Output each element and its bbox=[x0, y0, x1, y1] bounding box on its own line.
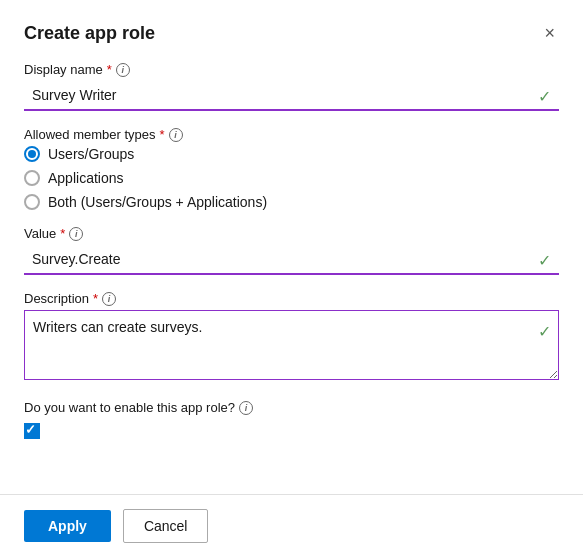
radio-group: Users/Groups Applications Both (Users/Gr… bbox=[24, 146, 559, 210]
value-input[interactable] bbox=[24, 245, 559, 275]
description-check-icon: ✓ bbox=[538, 322, 551, 341]
radio-item-users[interactable]: Users/Groups bbox=[24, 146, 559, 162]
required-star-4: * bbox=[93, 291, 98, 306]
description-textarea[interactable]: Writers can create surveys. bbox=[24, 310, 559, 380]
dialog-footer: Apply Cancel bbox=[0, 494, 583, 557]
description-group: Description * i Writers can create surve… bbox=[24, 291, 559, 384]
allowed-member-types-info-icon[interactable]: i bbox=[169, 128, 183, 142]
radio-applications-label: Applications bbox=[48, 170, 124, 186]
required-star: * bbox=[107, 62, 112, 77]
create-app-role-dialog: Create app role × Display name * i ✓ All… bbox=[0, 0, 583, 557]
enable-section: Do you want to enable this app role? i bbox=[24, 400, 559, 439]
close-button[interactable]: × bbox=[540, 20, 559, 46]
description-info-icon[interactable]: i bbox=[102, 292, 116, 306]
radio-users[interactable] bbox=[24, 146, 40, 162]
dialog-title: Create app role bbox=[24, 23, 155, 44]
value-info-icon[interactable]: i bbox=[69, 227, 83, 241]
radio-applications[interactable] bbox=[24, 170, 40, 186]
value-label: Value * i bbox=[24, 226, 559, 241]
dialog-header: Create app role × bbox=[0, 0, 583, 54]
display-name-info-icon[interactable]: i bbox=[116, 63, 130, 77]
enable-checkbox-wrap bbox=[24, 423, 559, 439]
cancel-button[interactable]: Cancel bbox=[123, 509, 209, 543]
radio-item-applications[interactable]: Applications bbox=[24, 170, 559, 186]
allowed-member-types-label: Allowed member types * i bbox=[24, 127, 559, 142]
radio-users-label: Users/Groups bbox=[48, 146, 134, 162]
dialog-body: Display name * i ✓ Allowed member types … bbox=[0, 54, 583, 494]
required-star-3: * bbox=[60, 226, 65, 241]
enable-info-icon[interactable]: i bbox=[239, 401, 253, 415]
radio-both[interactable] bbox=[24, 194, 40, 210]
display-name-label: Display name * i bbox=[24, 62, 559, 77]
display-name-input-wrap: ✓ bbox=[24, 81, 559, 111]
radio-both-label: Both (Users/Groups + Applications) bbox=[48, 194, 267, 210]
allowed-member-types-group: Allowed member types * i Users/Groups Ap… bbox=[24, 127, 559, 210]
description-label: Description * i bbox=[24, 291, 559, 306]
description-input-wrap: Writers can create surveys. ✓ bbox=[24, 310, 559, 384]
display-name-group: Display name * i ✓ bbox=[24, 62, 559, 111]
enable-checkbox[interactable] bbox=[24, 423, 40, 439]
required-star-2: * bbox=[160, 127, 165, 142]
enable-label: Do you want to enable this app role? i bbox=[24, 400, 559, 415]
apply-button[interactable]: Apply bbox=[24, 510, 111, 542]
value-input-wrap: ✓ bbox=[24, 245, 559, 275]
radio-item-both[interactable]: Both (Users/Groups + Applications) bbox=[24, 194, 559, 210]
value-check-icon: ✓ bbox=[538, 251, 551, 270]
display-name-check-icon: ✓ bbox=[538, 87, 551, 106]
value-group: Value * i ✓ bbox=[24, 226, 559, 275]
display-name-input[interactable] bbox=[24, 81, 559, 111]
